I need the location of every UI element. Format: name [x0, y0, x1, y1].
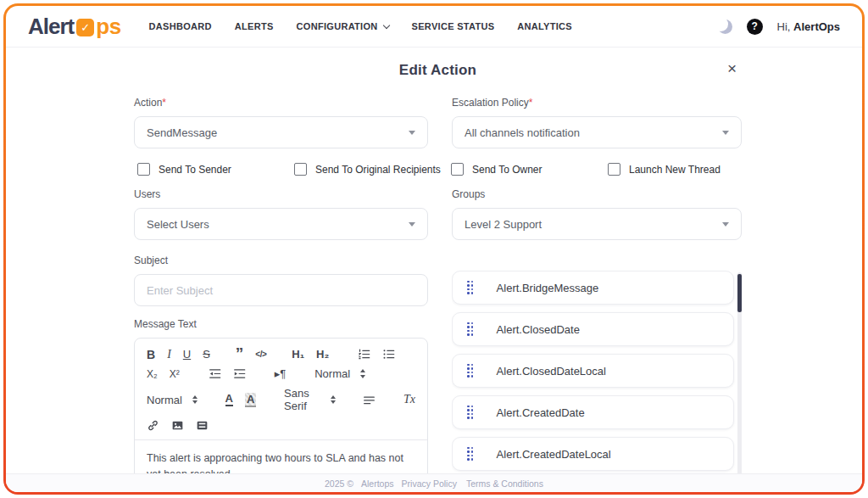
variable-card[interactable]: Alert.ClosedDate [452, 312, 734, 346]
copyright-text: 2025 © [325, 478, 353, 489]
drag-handle-icon[interactable] [467, 406, 474, 420]
code-block-button[interactable]: </> [255, 350, 266, 359]
link-icon[interactable] [147, 419, 159, 432]
image-icon[interactable] [171, 419, 184, 432]
variable-name: Alert.CreatedDateLocal [497, 448, 611, 461]
checkbox-icon[interactable] [451, 163, 464, 176]
alertops-logo[interactable]: Alert ✓ ps [28, 14, 121, 40]
size-picker[interactable]: Normal [314, 367, 365, 380]
drag-handle-icon[interactable] [467, 447, 474, 462]
text-color-button[interactable]: A [225, 393, 233, 406]
variable-card[interactable]: Alert.BridgeMessage [452, 271, 734, 305]
escalation-policy-label: Escalation Policy [452, 97, 529, 109]
header-2-button[interactable]: H₂ [316, 349, 329, 360]
variable-name: Alert.BridgeMessage [497, 282, 599, 294]
blockquote-button[interactable]: ” [236, 350, 244, 359]
escalation-policy-select[interactable]: All channels notification [452, 116, 742, 148]
dark-mode-moon-icon[interactable] [718, 20, 732, 34]
variable-card[interactable]: Alert.CreatedDate [452, 395, 734, 429]
header-1-button[interactable]: H₁ [292, 349, 304, 360]
background-color-button[interactable]: A [245, 393, 256, 407]
checkbox-option[interactable]: Send To Sender [137, 163, 294, 176]
required-asterisk: * [162, 97, 166, 109]
bullet-list-icon[interactable] [382, 348, 395, 361]
subject-label: Subject [134, 255, 428, 266]
checkbox-option[interactable]: Send To Original Recipients [294, 163, 451, 176]
scrollbar-thumb[interactable] [737, 274, 742, 312]
escalation-policy-field: Escalation Policy* All channels notifica… [452, 97, 742, 148]
editor-toolbar: B I U S ” </> H₁ H₂ [135, 339, 427, 440]
message-text-label: Message Text [134, 318, 428, 330]
message-editor: B I U S ” </> H₁ H₂ [134, 338, 428, 492]
subscript-button[interactable]: X₂ [147, 369, 158, 379]
nav-item[interactable]: ANALYTICS [517, 21, 572, 31]
merge-variables-panel: Alert.BridgeMessage Alert.ClosedDate [452, 271, 742, 485]
checkbox-icon[interactable] [608, 163, 620, 176]
required-asterisk: * [529, 97, 533, 109]
action-label: Action [134, 97, 162, 109]
header-right: ? Hi, AlertOps [718, 19, 840, 35]
main-nav: DASHBOARD ALERTS CONFIGURATION S [149, 21, 572, 31]
text-direction-button[interactable]: ▸¶ [275, 368, 287, 379]
user-greeting[interactable]: Hi, AlertOps [777, 20, 840, 33]
modal-title: Edit Action [134, 62, 742, 79]
clear-formatting-button[interactable]: Tx [403, 394, 415, 406]
subject-input[interactable] [134, 274, 428, 306]
right-column: Groups Level 2 Support Alert.BridgeMessa… [452, 188, 742, 492]
italic-button[interactable]: I [167, 349, 171, 361]
checkbox-option[interactable]: Send To Owner [451, 163, 608, 176]
outdent-icon[interactable] [209, 367, 221, 380]
indent-icon[interactable] [233, 367, 246, 380]
caret-down-icon [409, 222, 415, 227]
groups-select[interactable]: Level 2 Support [452, 208, 742, 240]
help-icon[interactable]: ? [747, 19, 763, 35]
variable-card[interactable]: Alert.ClosedDateLocal [452, 354, 734, 388]
drag-handle-icon[interactable] [467, 364, 474, 378]
checkbox-icon[interactable] [137, 163, 150, 176]
nav-item[interactable]: DASHBOARD [149, 21, 212, 31]
video-icon[interactable] [196, 419, 209, 432]
send-options-row: Send To Sender Send To Original Recipien… [134, 163, 742, 176]
users-label: Users [134, 188, 428, 200]
header-style-picker[interactable]: Normal [147, 394, 198, 406]
drag-handle-icon[interactable] [467, 281, 474, 295]
edit-action-modal: Edit Action × Action* SendMessage Escala… [134, 62, 742, 492]
footer-link[interactable]: Privacy Policy [402, 478, 457, 489]
updown-arrows-icon [360, 369, 365, 378]
users-select[interactable]: Select Users [134, 208, 428, 240]
groups-label: Groups [452, 188, 742, 200]
updown-arrows-icon [192, 395, 198, 405]
top-navbar: Alert ✓ ps DASHBOARD ALERTS [6, 6, 862, 48]
nav-item[interactable]: ALERTS [235, 21, 274, 31]
variable-card[interactable]: Alert.CreatedDateLocal [452, 437, 734, 471]
align-icon[interactable] [363, 394, 376, 406]
superscript-button[interactable]: X² [170, 369, 180, 379]
action-select[interactable]: SendMessage [134, 116, 428, 148]
footer-brand: Alertops [361, 478, 394, 489]
strikethrough-button[interactable]: S [203, 349, 210, 360]
bold-button[interactable]: B [147, 349, 155, 361]
ordered-list-icon[interactable] [358, 348, 370, 361]
close-icon[interactable]: × [727, 60, 737, 76]
app-window: Alert ✓ ps DASHBOARD ALERTS [6, 6, 862, 492]
action-field: Action* SendMessage [134, 97, 428, 148]
logo-clock-icon: ✓ [76, 19, 94, 36]
logo-text-ps: ps [96, 14, 120, 40]
checkbox-option[interactable]: Launch New Thread [608, 163, 742, 176]
underline-button[interactable]: U [183, 349, 191, 360]
app-frame: Alert ✓ ps DASHBOARD ALERTS [3, 3, 865, 495]
drag-handle-icon[interactable] [467, 322, 474, 337]
caret-down-icon [409, 131, 415, 135]
user-name: AlertOps [793, 20, 840, 33]
variable-name: Alert.CreatedDate [497, 406, 585, 419]
checkbox-icon[interactable] [294, 163, 307, 176]
logo-text-alert: Alert [28, 14, 74, 40]
caret-down-icon [722, 222, 729, 227]
left-column: Users Select Users Subject Message Text … [134, 188, 428, 492]
footer-link[interactable]: Terms & Conditions [466, 478, 543, 489]
updown-arrows-icon [331, 395, 336, 405]
nav-item[interactable]: CONFIGURATION [297, 21, 389, 31]
footer: 2025 © Alertops Privacy Policy Terms & C… [6, 473, 862, 492]
font-picker[interactable]: Sans Serif [284, 387, 336, 412]
nav-item[interactable]: SERVICE STATUS [412, 21, 495, 31]
